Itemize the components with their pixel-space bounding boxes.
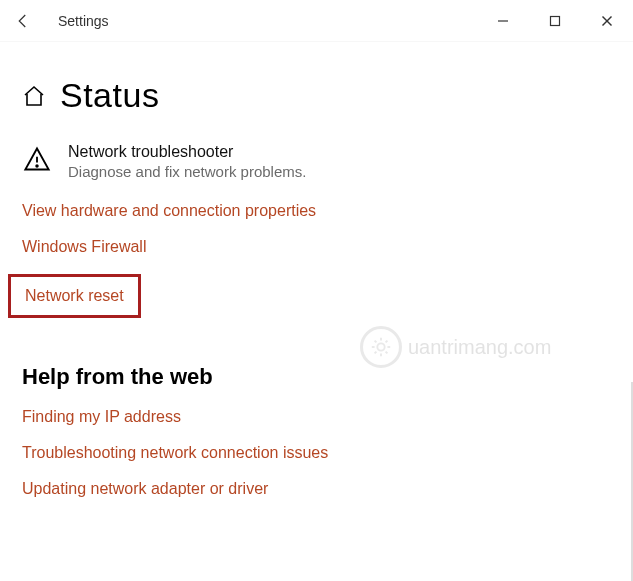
app-title: Settings xyxy=(46,13,477,29)
home-icon xyxy=(22,84,46,108)
help-link-troubleshoot[interactable]: Troubleshooting network connection issue… xyxy=(22,444,328,462)
back-button[interactable] xyxy=(0,0,46,42)
titlebar: Settings xyxy=(0,0,633,42)
warning-icon xyxy=(22,143,52,180)
content-area: Status Network troubleshooter Diagnose a… xyxy=(0,42,633,516)
minimize-button[interactable] xyxy=(477,0,529,42)
troubleshooter-desc: Diagnose and fix network problems. xyxy=(68,163,306,180)
svg-rect-1 xyxy=(551,16,560,25)
help-heading: Help from the web xyxy=(22,364,611,390)
close-button[interactable] xyxy=(581,0,633,42)
network-troubleshooter-row[interactable]: Network troubleshooter Diagnose and fix … xyxy=(22,143,611,180)
maximize-button[interactable] xyxy=(529,0,581,42)
troubleshooter-title: Network troubleshooter xyxy=(68,143,306,161)
link-network-reset[interactable]: Network reset xyxy=(8,274,141,318)
troubleshooter-text: Network troubleshooter Diagnose and fix … xyxy=(68,143,306,180)
page-header: Status xyxy=(22,42,611,143)
window-controls xyxy=(477,0,633,42)
page-title: Status xyxy=(60,76,159,115)
help-link-ip[interactable]: Finding my IP address xyxy=(22,408,181,426)
link-view-hardware[interactable]: View hardware and connection properties xyxy=(22,202,316,220)
help-link-adapter[interactable]: Updating network adapter or driver xyxy=(22,480,268,498)
link-windows-firewall[interactable]: Windows Firewall xyxy=(22,238,146,256)
svg-point-5 xyxy=(36,165,38,167)
